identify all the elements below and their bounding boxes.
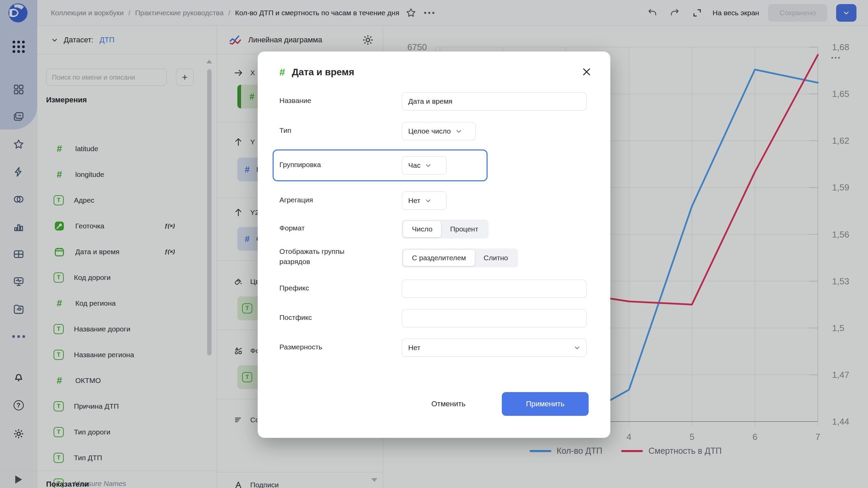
apps-grid-icon[interactable] <box>11 39 26 54</box>
connections-icon[interactable] <box>11 164 26 179</box>
storage-folder-icon[interactable] <box>11 302 26 317</box>
svg-text:1,44: 1,44 <box>832 416 849 427</box>
field-row[interactable]: latitude <box>37 136 217 162</box>
type-select[interactable]: Целое число <box>402 122 476 140</box>
more-services-icon[interactable] <box>11 329 26 344</box>
close-icon[interactable] <box>580 65 593 79</box>
line-chart-icon <box>229 33 242 47</box>
text-field-icon <box>54 453 64 463</box>
expand-play-icon[interactable] <box>15 475 22 484</box>
field-row[interactable]: Тип ДТП <box>37 445 217 471</box>
joined-option[interactable]: Слитно <box>475 250 517 266</box>
format-percent-option[interactable]: Процент <box>441 221 487 237</box>
chart-type-label[interactable]: Линейная диаграмма <box>248 36 356 44</box>
field-row[interactable]: Код дороги <box>37 265 217 290</box>
breadcrumb-collections[interactable]: Коллекции и воркбуки <box>51 9 124 17</box>
breadcrumb-guides[interactable]: Практические руководства <box>135 9 223 17</box>
svg-text:1,47: 1,47 <box>832 370 849 380</box>
apply-button[interactable]: Применить <box>502 392 589 416</box>
tables-icon[interactable] <box>11 247 26 262</box>
text-field-icon <box>54 324 64 334</box>
number-field-icon <box>54 169 65 180</box>
field-row[interactable]: Адрес <box>37 187 217 213</box>
field-row[interactable]: Код региона <box>37 290 217 316</box>
ellipsis-dots <box>12 335 25 338</box>
field-row[interactable]: Причина ДТП <box>37 393 217 419</box>
text-field-icon <box>242 372 252 382</box>
field-row[interactable]: Дата и время ƒ(×) <box>37 239 217 265</box>
field-label: Тип дороги <box>74 428 111 436</box>
field-row[interactable]: Название региона <box>37 342 217 368</box>
help-icon[interactable]: ? <box>11 398 26 413</box>
field-row[interactable]: ОКТМО <box>37 368 217 393</box>
geopoint-field-icon <box>54 221 65 231</box>
notifications-bell-icon[interactable] <box>11 369 26 384</box>
field-row[interactable]: Название дороги <box>37 316 217 342</box>
save-dropdown-button[interactable] <box>836 4 856 22</box>
grouping-select[interactable]: Час <box>402 156 447 175</box>
aggregation-label: Агрегация <box>279 196 313 204</box>
text-field-icon <box>54 350 64 360</box>
legend-line-swatch <box>530 450 551 452</box>
dashboards-icon[interactable] <box>11 82 26 97</box>
postfix-label: Постфикс <box>279 313 312 322</box>
legend-item[interactable]: Кол-во ДТП <box>530 446 603 456</box>
breadcrumb-current-chart: Кол-во ДТП и смертность по часам в течен… <box>235 9 399 17</box>
add-field-button[interactable]: + <box>176 69 194 86</box>
y-section-label: Y <box>234 138 255 146</box>
fullscreen-expand-icon[interactable] <box>690 6 704 20</box>
svg-text:4: 4 <box>627 432 631 442</box>
shapes-icon <box>234 346 243 355</box>
svg-text:1,53: 1,53 <box>832 276 849 286</box>
scroll-down-arrow[interactable] <box>371 478 377 482</box>
dimension-field-list: latitude longitude Адрес <box>37 136 217 488</box>
datalens-logo[interactable] <box>7 2 28 23</box>
text-field-icon <box>242 303 252 313</box>
favorites-icon[interactable] <box>11 137 26 152</box>
dataset-name-link[interactable]: ДТП <box>99 36 114 44</box>
format-number-option[interactable]: Число <box>403 221 441 237</box>
format-label: Формат <box>279 224 305 232</box>
settings-gear-icon[interactable] <box>11 426 26 441</box>
dataset-collapse-chevron-icon[interactable] <box>52 37 58 43</box>
favorite-star-icon[interactable] <box>404 6 418 20</box>
postfix-input[interactable] <box>402 309 587 327</box>
redo-icon[interactable] <box>668 6 682 20</box>
dataset-header: Датасет: ДТП <box>37 26 217 54</box>
chart-settings-gear-icon[interactable] <box>362 34 374 46</box>
legend-item[interactable]: Смертность в ДТП <box>621 446 722 456</box>
top-bar: Коллекции и воркбуки / Практические руко… <box>37 0 868 26</box>
rail-collapse-strip <box>0 470 37 488</box>
undo-icon[interactable] <box>646 6 659 20</box>
charts-icon[interactable] <box>11 219 26 234</box>
fullscreen-button[interactable]: На весь экран <box>713 9 759 17</box>
collections-icon[interactable] <box>11 109 26 124</box>
text-field-icon <box>54 427 64 437</box>
svg-text:6750: 6750 <box>407 42 427 52</box>
monitoring-icon[interactable] <box>11 274 26 289</box>
aggregation-select[interactable]: Нет <box>402 191 447 210</box>
scroll-up-arrow[interactable] <box>206 60 212 63</box>
field-row[interactable]: Тип дороги <box>37 419 217 445</box>
dimension-select[interactable]: Нет <box>402 339 587 357</box>
with-separator-option[interactable]: С разделителем <box>403 250 475 266</box>
datasets-icon[interactable] <box>11 192 26 207</box>
name-input[interactable] <box>402 92 587 110</box>
field-row[interactable]: Геоточка ƒ(×) <box>37 213 217 239</box>
field-row[interactable]: longitude <box>37 162 217 187</box>
arrow-up-icon <box>234 138 243 146</box>
dimension-label: Размерность <box>279 343 322 351</box>
cancel-button[interactable]: Отменить <box>422 392 475 416</box>
prefix-input[interactable] <box>402 280 587 298</box>
type-value: Целое число <box>408 127 451 135</box>
number-field-icon <box>54 375 65 386</box>
field-label: Адрес <box>74 196 94 204</box>
grouping-value: Час <box>408 161 420 169</box>
field-search-input[interactable] <box>46 69 167 86</box>
chart-menu-dots-icon[interactable] <box>831 57 840 59</box>
chevron-down-icon <box>574 345 580 351</box>
more-actions-icon[interactable] <box>422 6 436 20</box>
date-field-icon <box>54 246 65 257</box>
legend-label: Кол-во ДТП <box>557 446 603 456</box>
field-label: Тип ДТП <box>74 454 102 462</box>
